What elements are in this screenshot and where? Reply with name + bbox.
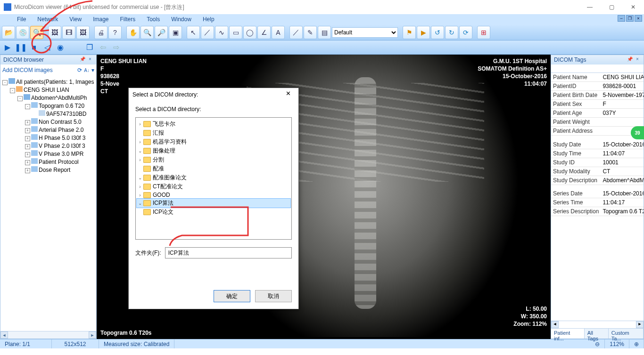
flag-icon[interactable]: ⚑ — [403, 26, 416, 39]
freehand-icon[interactable]: ∿ — [215, 26, 228, 39]
menu-view[interactable]: View — [65, 15, 86, 24]
folder-node[interactable]: ›分割 — [137, 155, 290, 164]
tag-row[interactable]: Patient NameCENG SHUI LIAN — [551, 73, 644, 82]
dialog-close-icon[interactable]: ✕ — [281, 90, 295, 99]
tag-row[interactable]: Patient Weight — [551, 118, 644, 127]
zoom-icon[interactable]: 🔍 — [140, 26, 154, 39]
tree-node[interactable]: +Arterial Phase 2.0 — [1, 126, 95, 134]
prev-frame-icon[interactable]: ◁ — [41, 42, 53, 53]
tag-row[interactable]: Patient SexF — [551, 100, 644, 109]
tab-all-tags[interactable]: All Tags — [585, 329, 609, 339]
tree-node[interactable]: +Patient Protocol — [1, 158, 95, 166]
hand-icon[interactable]: ✋ — [126, 26, 140, 39]
zoom-out-icon[interactable]: ⊖ — [590, 339, 605, 348]
folder-node[interactable]: ⌄图像处理 — [137, 146, 290, 155]
menu-image[interactable]: Image — [88, 15, 113, 24]
tag-row[interactable]: Study Date15-October-2016 — [551, 140, 644, 149]
patient-tree[interactable]: -All patients(Patients: 1, Images-CENG S… — [0, 76, 96, 331]
mdi-minimize[interactable]: – — [618, 15, 625, 22]
tree-node[interactable]: -Topogram 0.6 T20 — [1, 102, 95, 110]
series-icon[interactable]: ❐ — [84, 42, 95, 53]
play2-icon[interactable]: ▶ — [417, 26, 430, 39]
mdi-close[interactable]: × — [635, 15, 642, 22]
ok-button[interactable]: 确定 — [214, 290, 250, 302]
tag-row[interactable]: Series DescriptionTopogram 0.6 T2 — [551, 207, 644, 216]
folder-node[interactable]: ⌄ICP算法 — [137, 199, 290, 208]
menu-window[interactable]: Window — [166, 15, 196, 24]
tag-row[interactable]: PatientID938628-0001 — [551, 82, 644, 91]
tag-row[interactable]: Series Time11:04:17 — [551, 198, 644, 207]
mdi-restore[interactable]: ❐ — [626, 15, 634, 22]
menu-filters[interactable]: Filters — [116, 15, 140, 24]
add-images-button[interactable]: Add DICOM images — [2, 67, 53, 73]
fit-icon[interactable]: ▣ — [169, 26, 182, 39]
menu-help[interactable]: Help — [198, 15, 219, 24]
tag-row[interactable]: Study DescriptionAbdomen^AbdM — [551, 176, 644, 185]
tab-patient-info[interactable]: Patient inf... — [551, 329, 585, 339]
line-icon[interactable]: ／ — [201, 26, 214, 39]
tree-node[interactable]: +H Phase 5.0 I30f 3 — [1, 134, 95, 142]
export-icon[interactable]: 🖼 — [76, 26, 90, 39]
pointer-icon[interactable]: ↖ — [187, 26, 200, 39]
folder-node[interactable]: ›机器学习资料 — [137, 137, 290, 146]
preset-edit-icon[interactable]: ▤ — [318, 26, 331, 39]
scan-directory-icon[interactable]: 🔍 — [30, 26, 43, 39]
minimize-button[interactable]: — — [579, 0, 601, 14]
folder-field-input[interactable] — [165, 247, 292, 258]
panel-close-icon[interactable]: × — [634, 56, 641, 63]
next-frame-icon[interactable]: ◉ — [55, 42, 66, 53]
open-cd-icon[interactable]: 💿 — [16, 26, 29, 39]
pin-icon[interactable]: 📌 — [79, 56, 86, 63]
tree-scrollbar[interactable]: ◄► — [0, 331, 96, 339]
open-folder-icon[interactable]: 📂 — [2, 26, 15, 39]
layout-icon[interactable]: ⊞ — [477, 26, 490, 39]
video-icon[interactable]: 🎞 — [62, 26, 75, 39]
pause-icon[interactable]: ❚❚ — [15, 42, 26, 53]
tag-row[interactable]: Patient Age037Y — [551, 109, 644, 118]
menu-network[interactable]: Network — [33, 15, 63, 24]
zoom-in-icon[interactable]: ⊕ — [629, 339, 644, 348]
maximize-button[interactable]: ▢ — [601, 0, 622, 14]
tree-node[interactable]: 9AF5747310BD — [1, 110, 95, 118]
tag-row[interactable]: Patient Address — [551, 127, 644, 136]
folder-node[interactable]: ›GOOD — [137, 191, 290, 199]
cancel-button[interactable]: 取消 — [255, 290, 292, 302]
tree-node[interactable]: -CENG SHUI LIAN — [1, 86, 95, 94]
tag-row[interactable]: Study Time11:04:07 — [551, 149, 644, 158]
folder-node[interactable]: ICP论文 — [137, 208, 290, 217]
dropdown-icon[interactable]: ▾ — [91, 67, 94, 73]
folder-node[interactable]: ›飞思卡尔 — [137, 120, 290, 129]
tag-row[interactable]: Patient Birth Date5-November-1978 — [551, 91, 644, 100]
pin-icon[interactable]: 📌 — [627, 56, 633, 63]
tree-node[interactable]: -All patients(Patients: 1, Images — [1, 78, 95, 86]
ellipse-icon[interactable]: ◯ — [243, 26, 256, 39]
text-icon[interactable]: A — [272, 26, 285, 39]
image-icon[interactable]: 🖼 — [48, 26, 61, 39]
folder-node[interactable]: ⌄配准图像论文 — [137, 173, 290, 182]
pencil-icon[interactable]: ✎ — [304, 26, 317, 39]
tree-node[interactable]: -Abdomen^AbdMultiPh — [1, 94, 95, 102]
tag-row[interactable]: Series Date15-October-2016 — [551, 189, 644, 198]
folder-node[interactable]: ›CT配准论文 — [137, 182, 290, 191]
tree-node[interactable]: +Non Contrast 5.0 — [1, 118, 95, 126]
tree-node[interactable]: +V Phase 2.0 I30f 3 — [1, 142, 95, 150]
refresh-icon[interactable]: ⟳ — [459, 26, 472, 39]
rotate-ccw-icon[interactable]: ↺ — [431, 26, 444, 39]
stop-icon[interactable]: ■ — [28, 42, 40, 53]
tree-node[interactable]: +V Phase 3.0 MPR — [1, 150, 95, 158]
panel-close-icon[interactable]: × — [87, 56, 93, 63]
zoom-region-icon[interactable]: 🔎 — [155, 26, 168, 39]
rotate-cw-icon[interactable]: ↻ — [445, 26, 458, 39]
fwd-icon[interactable]: ⇨ — [110, 42, 122, 53]
help-icon[interactable]: ? — [108, 26, 122, 39]
tag-row[interactable]: Study ModalityCT — [551, 167, 644, 176]
tab-custom-tags[interactable]: Custom Ta... — [609, 329, 644, 339]
menu-file[interactable]: File — [12, 15, 31, 24]
print-icon[interactable]: 🖨 — [94, 26, 107, 39]
folder-node[interactable]: 汇报 — [137, 129, 290, 137]
probe-icon[interactable]: ／ — [289, 26, 303, 39]
back-icon[interactable]: ⇦ — [97, 42, 108, 53]
preset-select[interactable]: Default — [332, 27, 398, 38]
tag-grid[interactable]: Patient NameCENG SHUI LIANPatientID93862… — [551, 73, 644, 321]
rect-icon[interactable]: ▭ — [229, 26, 242, 39]
